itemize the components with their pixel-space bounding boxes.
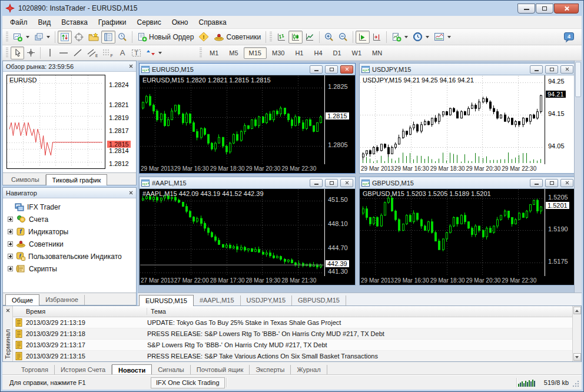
chart-restore-button[interactable] bbox=[545, 179, 558, 187]
tab-signals[interactable]: Сигналы bbox=[152, 365, 191, 375]
tab-news[interactable]: Новости bbox=[112, 364, 152, 376]
chart-tab-eurusd[interactable]: EURUSD,M15 bbox=[139, 295, 194, 306]
news-row[interactable]: 2013/03/29 21:13:18 PRESS RELEASE: S&P L… bbox=[13, 328, 572, 340]
tree-item-custom-indicators[interactable]: f Пользовательские Индикато bbox=[6, 250, 135, 263]
close-icon[interactable] bbox=[129, 64, 133, 68]
menu-charts[interactable]: Графики bbox=[93, 17, 132, 28]
menu-help[interactable]: Справка bbox=[194, 17, 232, 28]
navigator-toggle[interactable] bbox=[86, 31, 101, 44]
chart-close-button[interactable] bbox=[560, 179, 573, 187]
menu-file[interactable]: Файл bbox=[5, 17, 33, 28]
timeframe-mn[interactable]: MN bbox=[367, 47, 387, 59]
menu-window[interactable]: Окно bbox=[167, 17, 194, 28]
workspace-scrollbar[interactable] bbox=[574, 61, 582, 293]
scroll-down-button[interactable] bbox=[573, 353, 581, 361]
trendline-tool[interactable] bbox=[71, 46, 85, 59]
toolbar-grip[interactable] bbox=[200, 48, 202, 58]
scrollbar-thumb[interactable] bbox=[575, 62, 581, 97]
timeframe-h4[interactable]: H4 bbox=[308, 47, 327, 59]
chart-window-titlebar[interactable]: USDJPY,M15 bbox=[360, 64, 575, 75]
restore-button[interactable] bbox=[536, 4, 553, 14]
expand-icon[interactable] bbox=[8, 254, 13, 259]
strategy-tester-toggle[interactable] bbox=[115, 31, 130, 44]
news-row[interactable]: 2013/03/29 21:13:17 S&P Lowers Rtg To 'B… bbox=[13, 340, 572, 351]
indicators-button[interactable] bbox=[389, 31, 410, 44]
news-scrollbar[interactable] bbox=[572, 306, 581, 361]
minimize-button[interactable] bbox=[517, 4, 535, 14]
tab-symbols[interactable]: Символы bbox=[5, 175, 46, 185]
data-window-toggle[interactable] bbox=[72, 31, 86, 44]
expand-icon[interactable] bbox=[8, 241, 13, 247]
tab-journal[interactable]: Журнал bbox=[291, 365, 327, 375]
timeframe-d1[interactable]: D1 bbox=[328, 47, 347, 59]
scroll-up-button[interactable] bbox=[573, 307, 581, 314]
chart-minimize-button[interactable] bbox=[530, 179, 543, 187]
timeframe-m1[interactable]: M1 bbox=[204, 47, 224, 59]
chart-minimize-button[interactable] bbox=[530, 65, 543, 74]
chart-minimize-button[interactable] bbox=[310, 179, 323, 187]
chart-restore-button[interactable] bbox=[325, 179, 338, 187]
warning-button[interactable]: ! bbox=[196, 31, 211, 44]
menu-view[interactable]: Вид bbox=[33, 17, 57, 28]
vertical-line-tool[interactable] bbox=[43, 46, 57, 59]
chart-window-titlebar[interactable]: #AAPL,M15 bbox=[140, 177, 355, 188]
chart-canvas[interactable]: USDJPY,M15 94.21 94.25 94.16 94.21 94.25… bbox=[360, 75, 575, 173]
tree-item-root[interactable]: IFX Trader bbox=[6, 201, 135, 213]
tab-tick-chart[interactable]: Тиковый график bbox=[46, 174, 108, 185]
fibonacci-tool[interactable]: F bbox=[100, 46, 115, 59]
menu-tools[interactable]: Сервис bbox=[132, 17, 167, 28]
horizontal-line-tool[interactable] bbox=[57, 46, 71, 59]
chart-window-titlebar[interactable]: GBPUSD,M15 bbox=[360, 177, 575, 188]
close-icon[interactable] bbox=[129, 191, 133, 195]
chart-window-titlebar[interactable]: EURUSD,M15 bbox=[140, 64, 355, 75]
templates-button[interactable] bbox=[432, 31, 453, 44]
tab-mailbox[interactable]: Почтовый ящик bbox=[191, 365, 250, 375]
timeframe-m5[interactable]: M5 bbox=[224, 47, 243, 59]
chart-restore-button[interactable] bbox=[545, 65, 558, 74]
chart-restore-button[interactable] bbox=[325, 65, 338, 74]
toolbar-grip[interactable] bbox=[6, 32, 8, 42]
text-label-tool[interactable]: T bbox=[129, 46, 144, 59]
new-order-button[interactable]: Новый Ордер bbox=[135, 31, 196, 44]
crosshair-tool-button[interactable] bbox=[24, 46, 38, 59]
tree-item-indicators[interactable]: f Индикаторы bbox=[6, 225, 135, 238]
line-chart-type-button[interactable] bbox=[303, 31, 317, 44]
column-topic[interactable]: Тема bbox=[147, 308, 572, 315]
chart-tab-aapl[interactable]: #AAPL,M15 bbox=[194, 295, 241, 305]
tree-item-accounts[interactable]: Счета bbox=[6, 213, 135, 225]
advisors-button[interactable]: Советники bbox=[211, 31, 263, 44]
terminal-close-button[interactable] bbox=[4, 307, 12, 314]
column-time[interactable]: Время bbox=[13, 308, 147, 315]
chart-close-button[interactable] bbox=[560, 65, 573, 74]
timeframe-m30[interactable]: M30 bbox=[267, 47, 290, 59]
chart-tab-usdjpy[interactable]: USDJPY,M15 bbox=[241, 295, 292, 305]
equidistant-channel-tool[interactable]: E bbox=[85, 46, 100, 59]
zoom-in-button[interactable] bbox=[322, 31, 336, 44]
bar-chart-type-button[interactable] bbox=[274, 31, 288, 44]
news-row[interactable]: 2013/03/29 21:13:15 PRESS RELEASE: S&P T… bbox=[13, 351, 572, 361]
chart-canvas[interactable]: GBPUSD,M15 1.5203 1.5205 1.5189 1.5201 1… bbox=[360, 188, 575, 285]
chart-tab-gbpusd[interactable]: GBPUSD,M15 bbox=[292, 295, 346, 305]
tab-experts[interactable]: Эксперты bbox=[250, 365, 291, 375]
candlestick-type-button[interactable] bbox=[288, 31, 303, 44]
expand-icon[interactable] bbox=[8, 229, 13, 234]
chart-close-button[interactable] bbox=[340, 65, 353, 74]
tree-item-advisors[interactable]: Советники bbox=[6, 238, 135, 250]
arrows-tool[interactable] bbox=[144, 46, 164, 59]
chart-minimize-button[interactable] bbox=[310, 65, 323, 74]
tab-common[interactable]: Общие bbox=[5, 294, 39, 305]
tab-favorites[interactable]: Избранное bbox=[39, 295, 85, 305]
expand-icon[interactable] bbox=[8, 266, 13, 271]
auto-scroll-button[interactable] bbox=[356, 31, 370, 44]
profiles-button[interactable] bbox=[32, 31, 52, 44]
zoom-out-button[interactable] bbox=[336, 31, 350, 44]
chart-canvas[interactable]: #AAPL,M15 442.09 443.19 441.52 442.39 45… bbox=[140, 188, 355, 285]
menu-insert[interactable]: Вставка bbox=[56, 17, 93, 28]
cursor-tool-button[interactable] bbox=[11, 46, 24, 59]
close-button[interactable] bbox=[554, 4, 579, 14]
text-tool[interactable]: A bbox=[115, 46, 129, 59]
chart-close-button[interactable] bbox=[340, 179, 353, 187]
market-watch-toggle[interactable] bbox=[58, 31, 72, 44]
toolbar-grip[interactable] bbox=[6, 48, 8, 58]
timeframe-m15[interactable]: M15 bbox=[244, 47, 267, 59]
